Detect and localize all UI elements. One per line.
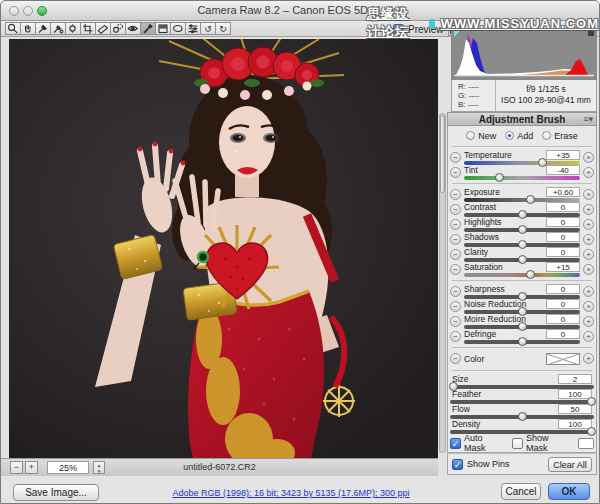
slider-thumb[interactable] — [526, 195, 535, 204]
increase-button[interactable]: + — [583, 316, 594, 327]
decrease-button[interactable]: − — [450, 152, 461, 163]
decrease-button[interactable]: − — [450, 249, 461, 260]
slider-thumb[interactable] — [538, 158, 547, 167]
slider-track[interactable] — [450, 415, 594, 419]
slider-thumb[interactable] — [449, 382, 458, 391]
preferences-tool-button[interactable] — [185, 22, 201, 35]
decrease-button[interactable]: − — [450, 264, 461, 275]
slider-thumb[interactable] — [526, 270, 535, 279]
decrease-button[interactable]: − — [450, 234, 461, 245]
slider-thumb[interactable] — [518, 225, 527, 234]
auto-mask-option[interactable]: ✓Auto Mask — [450, 433, 506, 453]
slider-value-box[interactable]: 50 — [558, 404, 592, 414]
mode-new[interactable]: New — [466, 131, 496, 141]
decrease-button[interactable]: − — [450, 353, 461, 364]
increase-button[interactable]: + — [583, 189, 594, 200]
decrease-button[interactable]: − — [450, 316, 461, 327]
radio-new[interactable] — [466, 131, 475, 140]
targeted-adjustment-tool-button[interactable] — [65, 22, 81, 35]
radio-erase[interactable] — [542, 131, 551, 140]
decrease-button[interactable]: − — [450, 286, 461, 297]
slider-track[interactable] — [450, 400, 594, 404]
decrease-button[interactable]: − — [450, 167, 461, 178]
slider-thumb[interactable] — [518, 412, 527, 421]
slider-track[interactable] — [464, 161, 580, 165]
slider-value-box[interactable]: +15 — [546, 262, 580, 272]
increase-button[interactable]: + — [583, 331, 594, 342]
color-swatch[interactable] — [546, 353, 580, 365]
show-pins-checkbox[interactable]: ✓ — [452, 459, 463, 470]
hand-tool-button[interactable] — [20, 22, 36, 35]
slider-track[interactable] — [464, 295, 580, 299]
adjustment-brush-tool-button[interactable] — [140, 22, 156, 35]
slider-value-box[interactable]: 100 — [558, 419, 592, 429]
mode-add[interactable]: Add — [505, 131, 533, 141]
increase-button[interactable]: + — [583, 204, 594, 215]
increase-button[interactable]: + — [583, 152, 594, 163]
decrease-button[interactable]: − — [450, 219, 461, 230]
clear-all-button[interactable]: Clear All — [548, 457, 592, 472]
graduated-filter-tool-button[interactable] — [155, 22, 171, 35]
slider-thumb[interactable] — [587, 397, 596, 406]
slider-thumb[interactable] — [518, 307, 527, 316]
slider-value-box[interactable]: 0 — [546, 314, 580, 324]
save-image-button[interactable]: Save Image... — [13, 484, 99, 501]
slider-thumb[interactable] — [518, 322, 527, 331]
rotate-left-tool-button[interactable]: ↺ — [200, 22, 216, 35]
show-mask-option[interactable]: Show Mask — [512, 433, 572, 453]
mode-erase[interactable]: Erase — [542, 131, 578, 141]
spot-removal-tool-button[interactable] — [110, 22, 126, 35]
slider-track[interactable] — [464, 273, 580, 277]
slider-value-box[interactable]: 0 — [546, 329, 580, 339]
auto-mask-checkbox[interactable]: ✓ — [450, 438, 461, 449]
preview-checkbox[interactable]: ✓ — [393, 24, 404, 35]
slider-thumb[interactable] — [518, 292, 527, 301]
panel-scrollbar-thumb[interactable] — [440, 115, 445, 193]
increase-button[interactable]: + — [583, 234, 594, 245]
show-mask-checkbox[interactable] — [512, 438, 523, 449]
slider-thumb[interactable] — [518, 240, 527, 249]
panel-scrollbar[interactable] — [439, 113, 446, 453]
zoom-tool-button[interactable] — [5, 22, 21, 35]
increase-button[interactable]: + — [583, 167, 594, 178]
red-eye-tool-button[interactable] — [125, 22, 141, 35]
slider-value-box[interactable]: +0.60 — [546, 187, 580, 197]
slider-track[interactable] — [450, 385, 594, 389]
mask-color-swatch[interactable] — [578, 438, 594, 449]
cancel-button[interactable]: Cancel — [501, 483, 541, 500]
increase-button[interactable]: + — [583, 301, 594, 312]
slider-track[interactable] — [464, 228, 580, 232]
slider-track[interactable] — [464, 243, 580, 247]
workflow-options-link[interactable]: Adobe RGB (1998); 16 bit; 3423 by 5135 (… — [172, 488, 409, 498]
crop-tool-button[interactable] — [80, 22, 96, 35]
decrease-button[interactable]: − — [450, 331, 461, 342]
white-balance-tool-button[interactable] — [35, 22, 51, 35]
slider-value-box[interactable]: 0 — [546, 284, 580, 294]
increase-button[interactable]: + — [583, 264, 594, 275]
slider-thumb[interactable] — [518, 337, 527, 346]
slider-value-box[interactable]: 2 — [558, 374, 592, 384]
slider-value-box[interactable]: 0 — [546, 232, 580, 242]
ok-button[interactable]: OK — [548, 483, 590, 500]
slider-thumb[interactable] — [587, 427, 596, 436]
straighten-tool-button[interactable] — [95, 22, 111, 35]
slider-track[interactable] — [464, 325, 580, 329]
slider-track[interactable] — [464, 258, 580, 262]
slider-value-box[interactable]: 0 — [546, 299, 580, 309]
decrease-button[interactable]: − — [450, 204, 461, 215]
increase-button[interactable]: + — [583, 249, 594, 260]
rotate-right-tool-button[interactable]: ↻ — [215, 22, 231, 35]
slider-value-box[interactable]: 100 — [558, 389, 592, 399]
increase-button[interactable]: + — [583, 286, 594, 297]
image-preview[interactable] — [9, 39, 438, 458]
slider-track[interactable] — [464, 213, 580, 217]
slider-value-box[interactable]: 0 — [546, 202, 580, 212]
radial-filter-tool-button[interactable] — [170, 22, 186, 35]
highlight-clipping-indicator[interactable] — [588, 30, 594, 36]
slider-track[interactable] — [464, 340, 580, 344]
slider-thumb[interactable] — [518, 255, 527, 264]
increase-button[interactable]: + — [583, 219, 594, 230]
slider-thumb[interactable] — [495, 173, 504, 182]
shadow-clipping-indicator[interactable] — [454, 30, 461, 37]
slider-track[interactable] — [450, 430, 594, 434]
